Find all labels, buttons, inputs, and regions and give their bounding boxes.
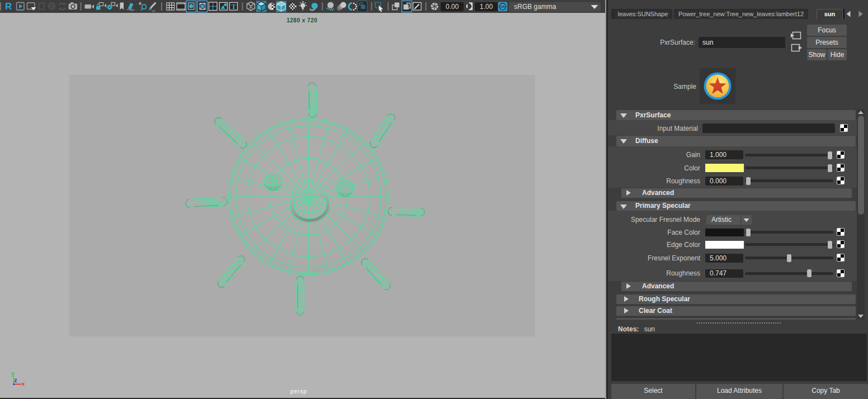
- svg-text:y: y: [11, 370, 15, 377]
- svg-text:ON: ON: [500, 5, 504, 8]
- svg-text:z: z: [15, 377, 17, 383]
- svg-text:R: R: [5, 1, 12, 12]
- svg-text:T: T: [232, 2, 237, 11]
- svg-text:x: x: [22, 381, 25, 387]
